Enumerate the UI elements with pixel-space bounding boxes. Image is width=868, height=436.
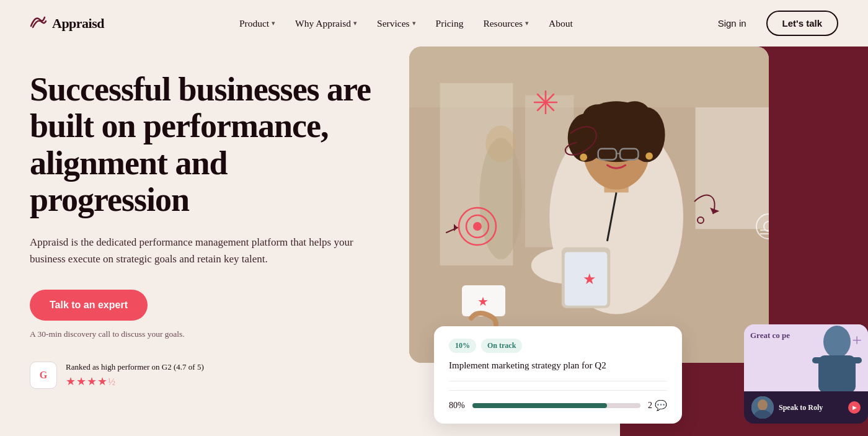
speaker-name: Speak to Roly: [779, 403, 823, 412]
hero-photo: ★: [409, 47, 769, 363]
g2-ranked-text: Ranked as high performer on G2 (4.7 of 5…: [66, 362, 204, 372]
speaker-avatar: [751, 396, 774, 419]
video-thumbnail: + Great co pe: [744, 324, 868, 391]
nav-services[interactable]: Services ▾: [368, 13, 425, 34]
svg-rect-44: [812, 357, 828, 363]
nav-resources[interactable]: Resources ▾: [474, 13, 538, 34]
progress-comments: 2 💬: [648, 399, 667, 411]
play-button[interactable]: ▶: [848, 401, 861, 414]
hero-photo-card: ★: [409, 47, 769, 363]
svg-point-47: [758, 399, 768, 411]
progress-percentage: 80%: [449, 401, 465, 411]
progress-bar-fill: [472, 403, 607, 408]
main-content: Successful businesses are built on perfo…: [0, 47, 868, 436]
hero-left: Successful businesses are built on perfo…: [0, 47, 409, 436]
comment-icon: 💬: [655, 399, 667, 411]
discovery-call-text: A 30-min discovery call to discuss your …: [30, 329, 379, 339]
progress-card: 10% On track Implement marketing strateg…: [434, 326, 682, 424]
logo[interactable]: Appraisd: [30, 15, 104, 32]
svg-text:★: ★: [583, 271, 596, 287]
g2-logo: G: [30, 362, 57, 389]
chevron-down-icon: ▾: [353, 19, 357, 27]
progress-divider-2: [449, 390, 667, 391]
svg-point-23: [485, 126, 516, 162]
hero-title: Successful businesses are built on perfo…: [30, 71, 379, 219]
navigation: Appraisd Product ▾ Why Appraisd ▾ Servic…: [0, 0, 868, 47]
svg-point-11: [619, 101, 650, 125]
g2-badge: G Ranked as high performer on G2 (4.7 of…: [30, 362, 379, 389]
percent-tag: 10%: [449, 339, 476, 353]
chevron-down-icon: ▾: [272, 19, 275, 27]
logo-icon: [30, 15, 47, 32]
svg-point-10: [583, 104, 613, 128]
status-tag: On track: [481, 339, 522, 353]
chevron-down-icon: ▾: [525, 19, 529, 27]
nav-actions: Sign in Let's talk: [708, 11, 838, 36]
svg-rect-45: [846, 357, 862, 363]
hero-right: ★: [409, 47, 868, 436]
plus-icon: +: [852, 331, 862, 350]
video-top-text: Great co pe: [750, 331, 790, 341]
progress-divider: [449, 381, 667, 381]
video-card[interactable]: + Great co pe Speak to Roly ▶: [744, 324, 868, 424]
progress-bar-row: 80% 2 💬: [449, 399, 667, 411]
nav-why-appraisd[interactable]: Why Appraisd ▾: [286, 13, 366, 34]
nav-product[interactable]: Product ▾: [231, 13, 284, 34]
g2-stars: ★★★★½: [66, 375, 204, 388]
hero-subtitle: Appraisd is the dedicated performance ma…: [30, 234, 377, 267]
svg-point-15: [580, 154, 587, 161]
signin-button[interactable]: Sign in: [708, 13, 756, 33]
progress-tags: 10% On track: [449, 339, 667, 353]
lets-talk-button[interactable]: Let's talk: [766, 11, 838, 36]
nav-links: Product ▾ Why Appraisd ▾ Services ▾ Pric…: [231, 13, 582, 34]
video-bottom-bar: Speak to Roly ▶: [744, 391, 868, 424]
chevron-down-icon: ▾: [412, 19, 416, 27]
logo-text: Appraisd: [52, 16, 104, 32]
progress-bar-track: [472, 403, 640, 408]
svg-point-42: [823, 326, 851, 358]
progress-title: Implement marketing strategy plan for Q2: [449, 360, 667, 371]
svg-rect-24: [696, 107, 769, 229]
g2-text: Ranked as high performer on G2 (4.7 of 5…: [66, 362, 204, 388]
nav-pricing[interactable]: Pricing: [427, 13, 472, 34]
nav-about[interactable]: About: [540, 13, 582, 34]
svg-point-16: [645, 153, 653, 160]
talk-to-expert-button[interactable]: Talk to an expert: [30, 290, 148, 321]
